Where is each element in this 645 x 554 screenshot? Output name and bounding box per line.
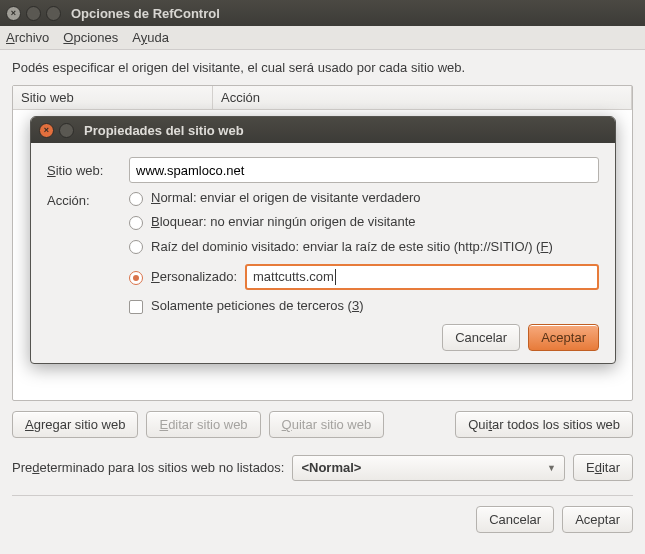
radio-custom[interactable]: Personalizado: mattcutts.com bbox=[129, 264, 599, 290]
col-site[interactable]: Sitio web bbox=[13, 86, 213, 109]
minimize-icon[interactable] bbox=[26, 6, 41, 21]
radio-icon bbox=[129, 216, 143, 230]
menu-options[interactable]: Opciones bbox=[63, 30, 118, 45]
remove-site-button: Quitar sitio web bbox=[269, 411, 385, 438]
default-select-value: <Normal> bbox=[301, 460, 361, 475]
dialog-cancel-button[interactable]: Cancelar bbox=[442, 324, 520, 351]
site-input[interactable] bbox=[129, 157, 599, 183]
site-label: Sitio web: bbox=[47, 163, 119, 178]
menubar: Archivo Opciones Ayuda bbox=[0, 26, 645, 50]
radio-block-label: Bloquear: no enviar ningún origen de vis… bbox=[151, 214, 416, 229]
menu-help[interactable]: Ayuda bbox=[132, 30, 169, 45]
text-caret bbox=[335, 269, 336, 285]
action-label: Acción: bbox=[47, 193, 119, 208]
maximize-icon[interactable] bbox=[46, 6, 61, 21]
default-select[interactable]: <Normal> ▼ bbox=[292, 455, 565, 481]
checkbox-icon bbox=[129, 300, 143, 314]
edit-site-button: Editar sitio web bbox=[146, 411, 260, 438]
radio-icon bbox=[129, 271, 143, 285]
dialog-title: Propiedades del sitio web bbox=[84, 123, 244, 138]
list-header: Sitio web Acción bbox=[13, 86, 632, 110]
custom-referer-value: mattcutts.com bbox=[253, 269, 334, 284]
chevron-down-icon: ▼ bbox=[547, 463, 556, 473]
custom-referer-input[interactable]: mattcutts.com bbox=[245, 264, 599, 290]
default-label: Predeterminado para los sitios web no li… bbox=[12, 460, 284, 475]
menu-file[interactable]: Archivo bbox=[6, 30, 49, 45]
close-icon[interactable]: × bbox=[39, 123, 54, 138]
radio-root[interactable]: Raíz del dominio visitado: enviar la raí… bbox=[129, 238, 599, 256]
checkbox-third-party[interactable]: Solamente peticiones de terceros (3) bbox=[129, 298, 599, 314]
minimize-icon[interactable] bbox=[59, 123, 74, 138]
window-title: Opciones de RefControl bbox=[71, 6, 220, 21]
radio-normal-label: Normal: enviar el origen de visitante ve… bbox=[151, 190, 421, 205]
main-cancel-button[interactable]: Cancelar bbox=[476, 506, 554, 533]
add-site-button[interactable]: Agregar sitio web bbox=[12, 411, 138, 438]
radio-normal[interactable]: Normal: enviar el origen de visitante ve… bbox=[129, 190, 599, 206]
radio-block[interactable]: Bloquear: no enviar ningún origen de vis… bbox=[129, 214, 599, 230]
page-description: Podés especificar el origen del visitant… bbox=[12, 60, 633, 75]
site-properties-dialog: × Propiedades del sitio web Sitio web: A… bbox=[30, 116, 616, 364]
dialog-accept-button[interactable]: Aceptar bbox=[528, 324, 599, 351]
close-icon[interactable]: × bbox=[6, 6, 21, 21]
checkbox-third-party-label: Solamente peticiones de terceros (3) bbox=[151, 298, 363, 313]
dialog-titlebar: × Propiedades del sitio web bbox=[31, 117, 615, 143]
radio-icon bbox=[129, 240, 143, 254]
remove-all-button[interactable]: Quitar todos los sitios web bbox=[455, 411, 633, 438]
edit-default-button[interactable]: Editar bbox=[573, 454, 633, 481]
col-action[interactable]: Acción bbox=[213, 86, 632, 109]
main-accept-button[interactable]: Aceptar bbox=[562, 506, 633, 533]
radio-root-label: Raíz del dominio visitado: enviar la raí… bbox=[151, 238, 553, 256]
radio-custom-label: Personalizado: bbox=[151, 269, 237, 284]
radio-icon bbox=[129, 192, 143, 206]
separator bbox=[12, 495, 633, 496]
main-titlebar: × Opciones de RefControl bbox=[0, 0, 645, 26]
